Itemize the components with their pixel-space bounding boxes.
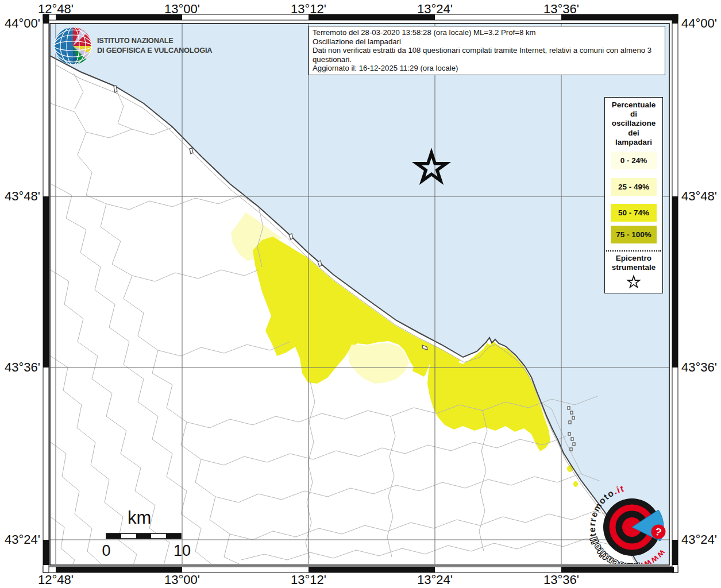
legend-divider [606, 250, 661, 252]
legend-epicenter-line: Epicentro [605, 254, 662, 263]
axis-label-bottom-0: 12°48' [38, 572, 74, 587]
axis-label-top-1: 13°00' [164, 2, 200, 17]
hsit-intensity-map: www.haisentitoilterremoto.it ? [0, 0, 721, 588]
axis-label-bottom-4: 13°36' [543, 572, 579, 587]
axis-label-right-0: 44°00' [681, 16, 717, 31]
map-canvas: www.haisentitoilterremoto.it ? [0, 0, 721, 588]
event-info-line-4: Aggiornato il: 16-12-2025 11:29 (ora loc… [313, 64, 661, 73]
legend-title-line: dei [605, 129, 662, 138]
legend-title: Percentuale di oscillazione dei lampadar… [605, 100, 662, 147]
scalebar-unit-label: km [128, 508, 151, 528]
intensity-region-50-74 [573, 481, 578, 487]
legend-epicenter-label: Epicentro strumentale [605, 254, 662, 272]
scalebar [106, 533, 181, 539]
legend-swatch-25-49: 25 - 49% [611, 178, 657, 196]
axis-label-top-3: 13°24' [417, 2, 453, 17]
legend-swatch-75-100: 75 - 100% [611, 226, 657, 243]
axis-label-bottom-3: 13°24' [417, 572, 453, 587]
legend-title-line: oscillazione [605, 119, 662, 128]
legend-title-line: lampadari [605, 138, 662, 147]
event-info-line-2: Oscillazione dei lampadari [313, 37, 661, 47]
legend-epicenter-line: strumentale [605, 263, 662, 272]
ingv-globe-icon [54, 27, 92, 65]
axis-label-left-1: 43°48' [0, 189, 40, 204]
ingv-line-2: DI GEOFISICA E VULCANOLOGIA [97, 45, 212, 55]
axis-label-bottom-1: 13°00' [164, 572, 200, 587]
legend-title-line: di [605, 110, 662, 119]
event-info-box: Terremoto del 28-03-2020 13:58:28 (ora l… [309, 26, 665, 75]
ingv-line-1: ISTITUTO NAZIONALE [97, 36, 212, 45]
scalebar-start-label: 0 [102, 542, 110, 560]
ingv-logo-text: ISTITUTO NAZIONALE DI GEOFISICA E VULCAN… [97, 36, 212, 55]
axis-label-right-3: 43°24' [681, 532, 717, 547]
scalebar-end-label: 10 [173, 542, 191, 560]
axis-label-top-2: 13°12' [291, 2, 326, 17]
legend-epicenter-star-icon [626, 274, 641, 289]
axis-label-top-4: 13°36' [543, 2, 579, 17]
legend: Percentuale di oscillazione dei lampadar… [604, 97, 663, 293]
axis-label-right-2: 43°36' [681, 360, 717, 375]
legend-swatch-0-24: 0 - 24% [611, 152, 657, 169]
axis-label-left-3: 43°24' [0, 532, 40, 547]
legend-title-line: Percentuale [605, 100, 662, 110]
intensity-region-25-49 [348, 343, 409, 384]
event-info-line-3: Dati non verificati estratti da 108 ques… [313, 46, 661, 64]
axis-label-left-0: 44°00' [0, 16, 40, 31]
axis-label-right-1: 43°48' [681, 189, 717, 204]
axis-label-top-0: 12°48' [38, 2, 74, 17]
event-info-line-1: Terremoto del 28-03-2020 13:58:28 (ora l… [313, 28, 661, 37]
legend-swatch-50-74: 50 - 74% [611, 204, 657, 222]
axis-label-bottom-2: 13°12' [291, 572, 326, 587]
axis-label-left-2: 43°36' [0, 360, 40, 375]
